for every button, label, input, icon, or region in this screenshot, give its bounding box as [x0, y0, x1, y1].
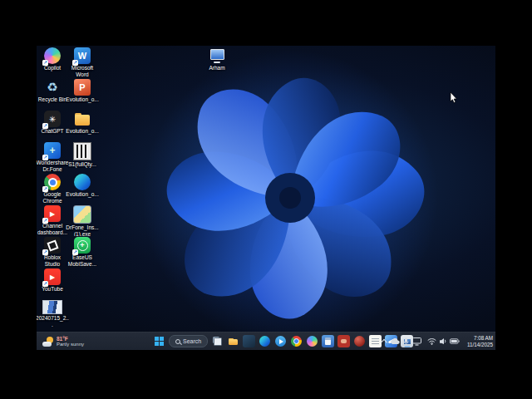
desktop-icon-label: Microsoft Word [66, 65, 99, 77]
desktop-icon-youtube[interactable]: ▶↗YouTube [37, 268, 67, 299]
chrome-icon: ↗ [44, 174, 61, 190]
taskbar-app-red-app[interactable] [337, 335, 350, 347]
easeus-icon: +↗ [74, 237, 91, 254]
taskbar-app-file-explorer[interactable] [227, 335, 239, 347]
desktop-icon-s1-fullqty[interactable]: S1(fullQty... [67, 142, 97, 173]
desktop-icon-google-chrome[interactable]: ↗Google Chrome [37, 174, 67, 204]
desktop-icon-label: EaseUS MobiSave... [66, 254, 99, 267]
youtube-icon: ▶↗ [44, 205, 61, 222]
youtube-icon: ▶↗ [44, 268, 61, 285]
shortcut-arrow-icon: ↗ [42, 186, 48, 192]
desktop-icon-drfone-installer[interactable]: DrFone_Ins... (1).exe [67, 205, 97, 236]
desktop-icon-roblox-studio[interactable]: ↗Roblox Studio [37, 237, 67, 268]
volume-icon[interactable] [439, 337, 447, 345]
chevron-up-icon [381, 338, 387, 345]
desktop-icon-label: Wondershare Dr.Fone [37, 160, 69, 172]
taskbar-app-notes-app[interactable] [369, 335, 382, 347]
video-frame: ↗CopilotW↗Microsoft Word♻Recycle BinPEvo… [0, 0, 532, 399]
desktop-icon-copilot[interactable]: ↗Copilot [37, 47, 67, 78]
desktop-icon-label: Arham [200, 65, 234, 71]
roblox-icon: ↗ [44, 237, 61, 254]
windows-logo-icon [155, 337, 164, 346]
partly-sunny-icon [42, 337, 54, 347]
installer-icon [73, 205, 91, 224]
shortcut-arrow-icon: ↗ [42, 155, 48, 160]
windows-desktop-screen: ↗CopilotW↗Microsoft Word♻Recycle BinPEvo… [37, 46, 495, 350]
photo-icon [42, 300, 62, 314]
taskbar-center: Search [153, 332, 413, 350]
folder-icon [74, 111, 91, 127]
clock[interactable]: 7:08 AM 11/14/2025 [466, 335, 493, 347]
desktop-icon-label: ChatGPT [37, 128, 69, 135]
search-icon [175, 339, 180, 344]
desktop-icon-label: Roblox Studio [37, 254, 69, 267]
desktop-icon-wondershare-drfone[interactable]: +↗Wondershare Dr.Fone [37, 142, 67, 173]
desktop-icon-microsoft-word[interactable]: W↗Microsoft Word [67, 47, 97, 78]
wondershare-icon: +↗ [44, 142, 61, 159]
onedrive-icon[interactable] [390, 337, 400, 345]
wallpaper-bloom-graphic [37, 46, 495, 332]
desktop-icon-label: Google Chrome [37, 191, 69, 204]
tray-date: 11/14/2025 [467, 342, 493, 347]
search-box[interactable]: Search [169, 335, 208, 347]
taskbar-app-google-chrome[interactable] [291, 336, 302, 347]
desktop-icon-evolution-folder[interactable]: Evolution_o... [67, 111, 97, 141]
desktop-icon-evolution-edge[interactable]: Evolution_o... [67, 174, 97, 204]
word-icon: W↗ [74, 47, 91, 64]
taskbar-app-blue-circle-app[interactable] [275, 336, 286, 347]
recycle-icon: ♻ [44, 79, 61, 96]
desktop-icon-label: 20240715_2... [37, 315, 69, 328]
search-label: Search [183, 338, 201, 344]
desktop-icon-label: YouTube [37, 286, 69, 293]
ebook-icon [73, 142, 91, 160]
desktop-icon-chatgpt[interactable]: ✳↗ChatGPT [37, 111, 67, 141]
taskbar-app-microsoft-edge[interactable] [259, 336, 270, 347]
desktop-icon-label: DrFone_Ins... (1).exe [66, 224, 99, 236]
desktop-icon-label: Evolution_o... [66, 191, 99, 198]
copilot-icon: ↗ [44, 47, 61, 64]
desktop-icon-arham-pc[interactable]: Arham [202, 47, 232, 78]
desktop-icon-recycle-bin[interactable]: ♻Recycle Bin [37, 79, 67, 110]
taskbar-app-task-view[interactable] [211, 335, 224, 347]
shortcut-arrow-icon: ↗ [42, 249, 48, 255]
desktop-icon-label: Channel dashboard... [37, 223, 69, 235]
battery-icon[interactable] [450, 338, 460, 344]
tray-time: 7:08 AM [474, 335, 493, 341]
shortcut-arrow-icon: ↗ [72, 249, 78, 255]
shortcut-arrow-icon: ↗ [42, 60, 48, 66]
wifi-icon[interactable] [427, 337, 436, 345]
chatgpt-icon: ✳↗ [44, 111, 61, 127]
desktop-icon-label: Evolution_o... [66, 128, 99, 135]
weather-widget[interactable]: 81°F Partly sunny [40, 332, 86, 350]
desktop-icon-channel-dashboard[interactable]: ▶↗Channel dashboard... [37, 205, 67, 236]
desktop-icon-easeus-mobisaver[interactable]: +↗EaseUS MobiSave... [67, 237, 97, 268]
shortcut-arrow-icon: ↗ [42, 123, 48, 129]
taskbar-app-crimson-app[interactable] [354, 336, 365, 347]
desktop-icon-photo-20240715[interactable]: 20240715_2... [37, 300, 67, 331]
taskbar-app-pinned-dark-app[interactable] [243, 335, 255, 347]
tray-icons [390, 336, 462, 347]
edge-icon [74, 174, 91, 190]
desktop-icon-label: S1(fullQty... [66, 161, 99, 168]
desktop-icon-evolution-presentation[interactable]: PEvolution_o... [67, 79, 97, 110]
desktop-icon-label: Evolution_o... [66, 96, 99, 103]
shortcut-arrow-icon: ↗ [42, 218, 48, 224]
start-button[interactable] [153, 335, 165, 347]
taskbar: 81°F Partly sunny Search 7:08 AM 11/14/2… [37, 332, 495, 350]
desktop-icon-label: Recycle Bin [37, 96, 69, 103]
powerpoint-icon: P [74, 79, 91, 96]
display-icon[interactable] [412, 337, 421, 346]
microphone-icon[interactable] [403, 337, 409, 346]
quick-settings-button[interactable] [425, 336, 462, 347]
system-tray: 7:08 AM 11/14/2025 [382, 332, 493, 350]
pc-icon [209, 47, 225, 64]
taskbar-app-calculator[interactable] [322, 335, 334, 347]
weather-condition: Partly sunny [57, 342, 84, 347]
taskbar-app-copilot[interactable] [307, 336, 318, 347]
shortcut-arrow-icon: ↗ [42, 281, 48, 287]
shortcut-arrow-icon: ↗ [72, 60, 78, 66]
hidden-icons-chevron[interactable] [382, 338, 387, 345]
desktop-wallpaper: ↗CopilotW↗Microsoft Word♻Recycle BinPEvo… [37, 46, 495, 332]
weather-temperature: 81°F [57, 336, 84, 342]
desktop-icon-label: Copilot [37, 65, 69, 71]
